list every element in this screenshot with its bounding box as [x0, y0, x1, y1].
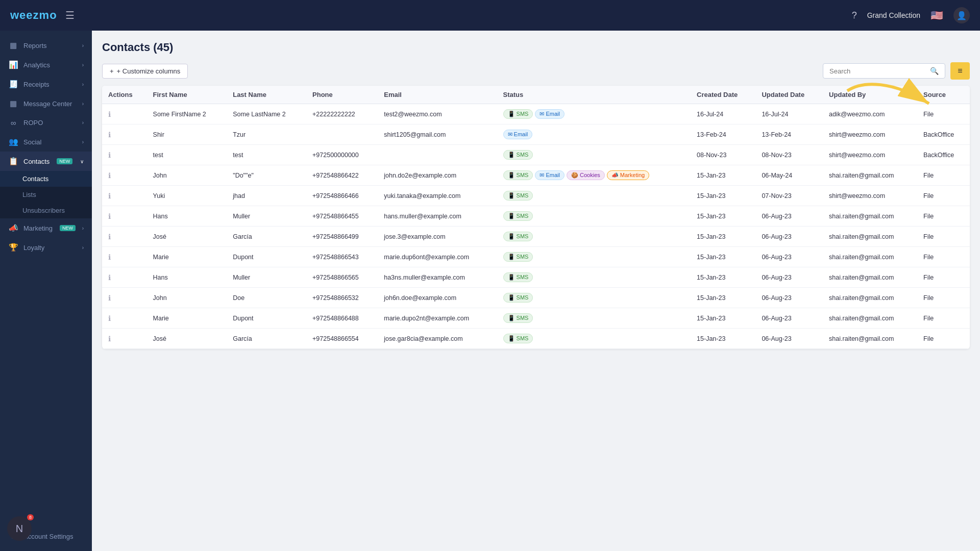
sidebar-item-ropo[interactable]: ∞ ROPO ›: [0, 113, 92, 132]
col-status[interactable]: Status: [497, 86, 691, 104]
cell-actions[interactable]: ℹ: [102, 104, 147, 124]
cell-source: File: [917, 247, 970, 267]
cell-updated-date: 06-Aug-23: [755, 206, 823, 227]
cell-email: jose.gar8cia@example.com: [378, 329, 497, 349]
cell-source: File: [917, 165, 970, 186]
user-avatar[interactable]: 👤: [953, 7, 970, 23]
sidebar-item-receipts[interactable]: 🧾 Receipts ›: [0, 74, 92, 94]
toolbar: + + Customize columns 🔍 ≡: [102, 62, 970, 80]
reports-icon: ▦: [8, 41, 18, 50]
info-icon[interactable]: ℹ: [108, 192, 111, 200]
info-icon[interactable]: ℹ: [108, 151, 111, 159]
sidebar-item-loyalty[interactable]: 🏆 Loyalty ›: [0, 238, 92, 257]
chevron-right-icon: ›: [82, 245, 84, 251]
info-icon[interactable]: ℹ: [108, 314, 111, 322]
info-icon[interactable]: ℹ: [108, 233, 111, 241]
customize-label: + Customize columns: [117, 67, 181, 75]
cell-phone: +972548866466: [306, 186, 378, 206]
cell-actions[interactable]: ℹ: [102, 247, 147, 267]
cell-updated-date: 06-May-24: [755, 165, 823, 186]
cell-last-name: Muller: [227, 267, 306, 288]
cell-phone: +972548866543: [306, 247, 378, 267]
col-updated-date[interactable]: Updated Date: [755, 86, 823, 104]
badge-sms: 📱 SMS: [503, 109, 533, 119]
cell-phone: +972500000000: [306, 145, 378, 165]
loyalty-icon: 🏆: [8, 243, 18, 252]
help-icon[interactable]: ?: [852, 10, 857, 21]
sidebar: ▦ Reports › 📊 Analytics › 🧾 Receipts › ▦…: [0, 31, 92, 551]
cell-updated-by: shai.raiten@gmail.com: [823, 267, 917, 288]
chevron-right-icon: ›: [82, 226, 84, 231]
search-box: 🔍: [823, 63, 945, 79]
col-source[interactable]: Source: [917, 86, 970, 104]
cell-actions[interactable]: ℹ: [102, 288, 147, 308]
notification-widget[interactable]: N 8: [7, 516, 32, 541]
sidebar-item-analytics[interactable]: 📊 Analytics ›: [0, 55, 92, 74]
col-first-name[interactable]: First Name: [147, 86, 227, 104]
cell-updated-by: shirt@weezmo.com: [823, 145, 917, 165]
badge-cookies: 🍪 Cookies: [567, 170, 605, 180]
new-badge: NEW: [60, 225, 76, 231]
cell-updated-by: shai.raiten@gmail.com: [823, 165, 917, 186]
cell-status: 📱 SMS: [497, 329, 691, 349]
flag-icon: 🇺🇸: [930, 9, 943, 21]
social-icon: 👥: [8, 137, 18, 146]
cell-actions[interactable]: ℹ: [102, 329, 147, 349]
cell-updated-by: shirt@weezmo.com: [823, 186, 917, 206]
page-title: Contacts (45): [102, 41, 970, 54]
info-icon[interactable]: ℹ: [108, 131, 111, 139]
cell-status: 📱 SMS: [497, 227, 691, 247]
col-phone[interactable]: Phone: [306, 86, 378, 104]
sidebar-item-label: Contacts: [23, 158, 50, 165]
sidebar-item-contacts[interactable]: 📋 Contacts NEW ∨: [0, 152, 92, 171]
info-icon[interactable]: ℹ: [108, 273, 111, 282]
sidebar-item-marketing[interactable]: 📣 Marketing NEW ›: [0, 218, 92, 238]
cell-actions[interactable]: ℹ: [102, 124, 147, 145]
navbar: weezmo ☰ ? Grand Collection 🇺🇸 👤: [0, 0, 980, 31]
badge-sms: 📱 SMS: [503, 293, 533, 303]
sidebar-sub-contacts[interactable]: Contacts: [0, 171, 92, 187]
info-icon[interactable]: ℹ: [108, 110, 111, 118]
col-updated-by[interactable]: Updated By: [823, 86, 917, 104]
sidebar-sub-unsubscribers[interactable]: Unsubscribers: [0, 203, 92, 218]
cell-created-date: 15-Jan-23: [691, 267, 755, 288]
new-badge: NEW: [57, 158, 72, 164]
cell-actions[interactable]: ℹ: [102, 267, 147, 288]
sidebar-item-social[interactable]: 👥 Social ›: [0, 132, 92, 152]
cell-actions[interactable]: ℹ: [102, 227, 147, 247]
cell-actions[interactable]: ℹ: [102, 165, 147, 186]
chevron-down-icon: ∨: [80, 159, 84, 164]
info-icon[interactable]: ℹ: [108, 335, 111, 343]
sidebar-sub-lists[interactable]: Lists: [0, 187, 92, 203]
cell-source: File: [917, 206, 970, 227]
sidebar-item-message-center[interactable]: ▦ Message Center ›: [0, 94, 92, 113]
customize-columns-button[interactable]: + + Customize columns: [102, 64, 188, 79]
table-body: ℹSome FirstName 2Some LastName 2+2222222…: [102, 104, 970, 349]
cell-status: 📱 SMS: [497, 206, 691, 227]
info-icon[interactable]: ℹ: [108, 294, 111, 302]
cell-first-name: Shir: [147, 124, 227, 145]
search-icon: 🔍: [930, 67, 939, 75]
badge-sms: 📱 SMS: [503, 211, 533, 221]
cell-actions[interactable]: ℹ: [102, 308, 147, 329]
cell-status: 📱 SMS: [497, 288, 691, 308]
info-icon[interactable]: ℹ: [108, 212, 111, 220]
badge-email: ✉ Email: [535, 109, 565, 119]
sidebar-item-reports[interactable]: ▦ Reports ›: [0, 36, 92, 55]
info-icon[interactable]: ℹ: [108, 253, 111, 261]
cell-first-name: Marie: [147, 247, 227, 267]
cell-updated-by: shirt@weezmo.com: [823, 124, 917, 145]
hamburger-button[interactable]: ☰: [65, 9, 75, 21]
cell-actions[interactable]: ℹ: [102, 206, 147, 227]
cell-updated-date: 06-Aug-23: [755, 288, 823, 308]
info-icon[interactable]: ℹ: [108, 171, 111, 180]
filter-button[interactable]: ≡: [950, 62, 970, 80]
search-input[interactable]: [829, 67, 926, 75]
table-row: ℹtesttest+972500000000📱 SMS08-Nov-2308-N…: [102, 145, 970, 165]
cell-actions[interactable]: ℹ: [102, 145, 147, 165]
col-last-name[interactable]: Last Name: [227, 86, 306, 104]
col-email[interactable]: Email: [378, 86, 497, 104]
col-created-date[interactable]: Created Date: [691, 86, 755, 104]
table-row: ℹYukijhad+972548866466yuki.tanaka@exampl…: [102, 186, 970, 206]
cell-actions[interactable]: ℹ: [102, 186, 147, 206]
